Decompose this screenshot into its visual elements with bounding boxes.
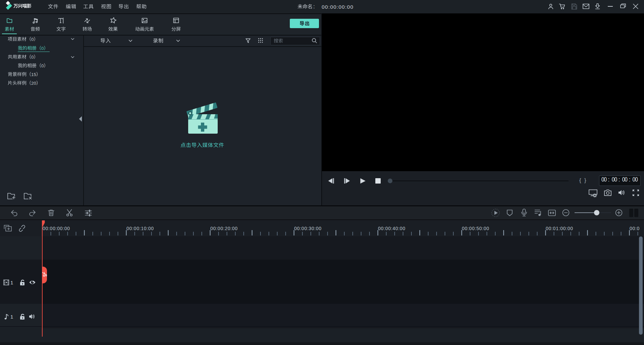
svg-text:00:00:40:00: 00:00:40:00 <box>378 226 406 231</box>
svg-text:00:00:00:00: 00:00:00:00 <box>43 226 70 231</box>
svg-text:00:0: 00:0 <box>630 226 640 231</box>
svg-text:00:00:50:00: 00:00:50:00 <box>462 226 489 231</box>
svg-text:00:01:00:00: 00:01:00:00 <box>546 226 573 231</box>
svg-text:00:00:10:00: 00:00:10:00 <box>126 226 154 231</box>
svg-text:00:00:20:00: 00:00:20:00 <box>210 226 238 231</box>
svg-text:00:00:30:00: 00:00:30:00 <box>294 226 322 231</box>
